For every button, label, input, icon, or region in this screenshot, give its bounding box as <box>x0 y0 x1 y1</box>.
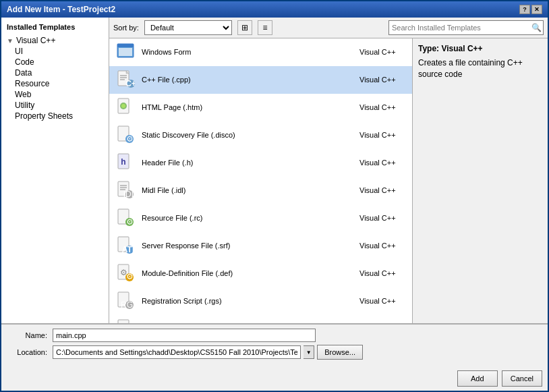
template-name-disco: Static Discovery File (.disco) <box>142 131 354 139</box>
help-button[interactable]: ? <box>519 5 530 14</box>
template-name-windows-form: Windows Form <box>142 48 354 56</box>
sidebar-item-ui[interactable]: UI <box>4 46 106 57</box>
view-list-button[interactable]: ≡ <box>258 20 272 35</box>
svg-text:⚙: ⚙ <box>126 134 134 144</box>
toolbar: Sort by: Default Name Type ⊞ ≡ 🔍 <box>109 18 548 38</box>
template-name-rgs: Registration Script (.rgs) <box>142 297 354 305</box>
name-label: Name: <box>7 331 47 339</box>
svg-text:C+: C+ <box>125 79 135 88</box>
info-description: Creates a file containing C++ source cod… <box>418 57 542 80</box>
sidebar-item-code[interactable]: Code <box>4 57 106 67</box>
sidebar-item-data[interactable]: Data <box>4 67 106 78</box>
template-type-disco: Visual C++ <box>359 131 407 139</box>
cancel-button[interactable]: Cancel <box>502 370 542 387</box>
browse-button[interactable]: Browse... <box>317 345 363 360</box>
template-item-resource[interactable]: ⚙ Resource File (.rc) Visual C++ <box>109 204 412 232</box>
srf-file-icon: ATL <box>115 235 136 256</box>
name-input[interactable] <box>53 329 316 342</box>
template-item-rgs[interactable]: RGS Registration Script (.rgs) Visual C+… <box>109 287 412 315</box>
sort-select[interactable]: Default Name Type <box>144 20 232 35</box>
add-button[interactable]: Add <box>457 370 498 387</box>
sidebar-item-web[interactable]: Web <box>4 89 106 100</box>
svg-point-13 <box>121 104 125 108</box>
collapse-icon: ▼ <box>7 37 13 45</box>
close-button[interactable]: ✕ <box>531 5 542 14</box>
title-bar: Add New Item - TestProject2 ? ✕ <box>1 1 548 18</box>
rgs-file-icon: RGS <box>115 290 136 312</box>
sidebar-item-data-label: Data <box>15 68 32 78</box>
template-name-midl: Midl File (.idl) <box>142 186 354 194</box>
template-type-html-page: Visual C++ <box>359 103 407 111</box>
template-item-midl[interactable]: IDL Midl File (.idl) Visual C++ <box>109 177 412 204</box>
location-label: Location: <box>7 348 47 356</box>
title-bar-buttons: ? ✕ <box>519 5 542 14</box>
midl-file-icon: IDL <box>115 179 136 201</box>
action-bar: Add Cancel <box>1 366 548 391</box>
sidebar-item-code-label: Code <box>15 57 34 67</box>
search-input[interactable] <box>389 22 529 33</box>
template-type-rgs: Visual C++ <box>359 297 407 305</box>
template-type-resource: Visual C++ <box>359 214 407 222</box>
xml-file-icon <box>115 318 136 324</box>
header-file-icon: h <box>115 152 136 173</box>
template-item-cpp-file[interactable]: C+ C++ File (.cpp) Visual C++ <box>109 66 412 94</box>
template-name-srf: Server Response File (.srf) <box>142 242 354 250</box>
main-area: Sort by: Default Name Type ⊞ ≡ 🔍 <box>109 18 548 324</box>
info-type: Type: Visual C++ <box>418 44 542 53</box>
sidebar-item-resource[interactable]: Resource <box>4 78 106 89</box>
location-with-btn: ▼ Browse... <box>53 345 363 360</box>
svg-rect-2 <box>119 48 132 56</box>
list-view-icon: ≡ <box>262 23 267 32</box>
windows-form-icon <box>115 41 136 63</box>
template-name-resource: Resource File (.rc) <box>142 214 354 222</box>
tree-root-visual-cpp[interactable]: ▼ Visual C++ <box>4 35 106 46</box>
small-icons-icon: ⊞ <box>241 23 248 32</box>
template-item-windows-form[interactable]: Windows Form Visual C++ <box>109 38 412 66</box>
search-box: 🔍 <box>388 20 544 35</box>
location-input[interactable] <box>53 345 301 359</box>
html-page-icon <box>115 96 136 118</box>
view-icons-button[interactable]: ⊞ <box>237 20 252 35</box>
template-type-header: Visual C++ <box>359 159 407 167</box>
sidebar-item-property-sheets[interactable]: Property Sheets <box>4 111 106 121</box>
window-title: Add New Item - TestProject2 <box>7 5 115 14</box>
template-name-header: Header File (.h) <box>142 159 354 167</box>
template-item-html-page[interactable]: HTML Page (.htm) Visual C++ <box>109 94 412 121</box>
sidebar-item-property-sheets-label: Property Sheets <box>15 111 73 121</box>
svg-text:RGS: RGS <box>121 300 135 310</box>
svg-text:ATL: ATL <box>122 245 135 254</box>
search-icon[interactable]: 🔍 <box>529 21 543 34</box>
sort-label: Sort by: <box>113 24 139 32</box>
sidebar-item-utility[interactable]: Utility <box>4 100 106 111</box>
sidebar-item-utility-label: Utility <box>15 101 34 110</box>
def-file-icon: ⚙ ⚙ <box>115 262 136 284</box>
template-type-windows-form: Visual C++ <box>359 48 407 56</box>
template-area: Windows Form Visual C++ <box>109 38 548 324</box>
tree-root-label: Visual C++ <box>16 36 55 45</box>
template-type-srf: Visual C++ <box>359 242 407 250</box>
template-name-cpp-file: C++ File (.cpp) <box>142 76 354 84</box>
sidebar-item-web-label: Web <box>15 90 31 99</box>
disco-file-icon: ⚙ <box>115 124 136 146</box>
installed-templates-panel: Installed Templates ▼ Visual C++ UI Code… <box>1 18 109 324</box>
template-type-cpp-file: Visual C++ <box>359 76 407 84</box>
template-item-srf[interactable]: ATL Server Response File (.srf) Visual C… <box>109 232 412 260</box>
svg-text:⚙: ⚙ <box>126 272 134 281</box>
bottom-form: Name: Location: ▼ Browse... <box>1 324 548 366</box>
panel-title: Installed Templates <box>4 20 106 35</box>
name-row: Name: <box>7 329 542 342</box>
template-item-def[interactable]: ⚙ ⚙ Module-Definition File (.def) Visual… <box>109 260 412 287</box>
location-dropdown-icon[interactable]: ▼ <box>304 345 314 359</box>
template-type-def: Visual C++ <box>359 269 407 277</box>
info-panel: Type: Visual C++ Creates a file containi… <box>413 38 548 324</box>
template-name-def: Module-Definition File (.def) <box>142 269 354 277</box>
resource-file-icon: ⚙ <box>115 207 136 229</box>
dialog-window: Add New Item - TestProject2 ? ✕ Installe… <box>0 0 549 392</box>
template-item-header[interactable]: h Header File (.h) Visual C++ <box>109 149 412 177</box>
template-list: Windows Form Visual C++ <box>109 38 413 324</box>
svg-text:⚙: ⚙ <box>126 217 134 227</box>
template-item-xml[interactable]: MFC Ribbon Definition XML File Visual C+… <box>109 315 412 324</box>
sidebar-item-resource-label: Resource <box>15 79 49 88</box>
template-item-disco[interactable]: ⚙ Static Discovery File (.disco) Visual … <box>109 121 412 149</box>
location-row: Location: ▼ Browse... <box>7 345 542 360</box>
